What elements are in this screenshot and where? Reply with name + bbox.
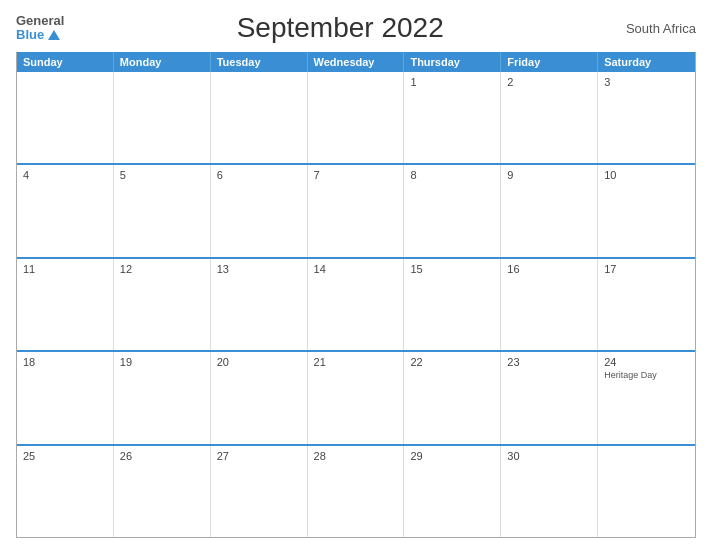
day-cell bbox=[598, 446, 695, 537]
day-cell: 21 bbox=[308, 352, 405, 443]
day-number: 15 bbox=[410, 263, 494, 275]
day-cell: 12 bbox=[114, 259, 211, 350]
day-cell: 5 bbox=[114, 165, 211, 256]
day-cell bbox=[308, 72, 405, 163]
day-number: 26 bbox=[120, 450, 204, 462]
day-header-monday: Monday bbox=[114, 52, 211, 72]
day-cell: 6 bbox=[211, 165, 308, 256]
day-number: 9 bbox=[507, 169, 591, 181]
day-number: 25 bbox=[23, 450, 107, 462]
day-cell: 16 bbox=[501, 259, 598, 350]
day-cell: 2 bbox=[501, 72, 598, 163]
day-cell: 9 bbox=[501, 165, 598, 256]
day-cell: 24Heritage Day bbox=[598, 352, 695, 443]
day-header-sunday: Sunday bbox=[17, 52, 114, 72]
week-row-3: 11121314151617 bbox=[17, 259, 695, 352]
day-headers-row: SundayMondayTuesdayWednesdayThursdayFrid… bbox=[17, 52, 695, 72]
day-cell bbox=[211, 72, 308, 163]
day-number: 10 bbox=[604, 169, 689, 181]
logo-triangle-icon bbox=[48, 30, 60, 40]
calendar-page: General Blue September 2022 South Africa… bbox=[0, 0, 712, 550]
day-header-saturday: Saturday bbox=[598, 52, 695, 72]
day-cell: 18 bbox=[17, 352, 114, 443]
day-number: 19 bbox=[120, 356, 204, 368]
logo-blue-text: Blue bbox=[16, 28, 60, 42]
day-header-thursday: Thursday bbox=[404, 52, 501, 72]
day-header-tuesday: Tuesday bbox=[211, 52, 308, 72]
day-cell: 4 bbox=[17, 165, 114, 256]
day-number: 17 bbox=[604, 263, 689, 275]
country-label: South Africa bbox=[616, 21, 696, 36]
holiday-label: Heritage Day bbox=[604, 370, 689, 381]
day-cell: 15 bbox=[404, 259, 501, 350]
day-cell: 30 bbox=[501, 446, 598, 537]
day-cell: 23 bbox=[501, 352, 598, 443]
logo-general-text: General bbox=[16, 14, 64, 28]
day-number: 21 bbox=[314, 356, 398, 368]
day-number: 11 bbox=[23, 263, 107, 275]
day-cell bbox=[17, 72, 114, 163]
day-number: 18 bbox=[23, 356, 107, 368]
day-number: 1 bbox=[410, 76, 494, 88]
day-number: 12 bbox=[120, 263, 204, 275]
day-cell: 29 bbox=[404, 446, 501, 537]
week-row-1: 123 bbox=[17, 72, 695, 165]
week-row-5: 252627282930 bbox=[17, 446, 695, 538]
day-cell: 7 bbox=[308, 165, 405, 256]
day-number: 27 bbox=[217, 450, 301, 462]
day-cell: 22 bbox=[404, 352, 501, 443]
day-cell: 8 bbox=[404, 165, 501, 256]
calendar-grid: SundayMondayTuesdayWednesdayThursdayFrid… bbox=[16, 52, 696, 538]
day-number: 2 bbox=[507, 76, 591, 88]
day-number: 16 bbox=[507, 263, 591, 275]
day-number: 24 bbox=[604, 356, 689, 368]
day-cell: 1 bbox=[404, 72, 501, 163]
day-cell: 19 bbox=[114, 352, 211, 443]
day-header-wednesday: Wednesday bbox=[308, 52, 405, 72]
day-cell: 14 bbox=[308, 259, 405, 350]
day-number: 13 bbox=[217, 263, 301, 275]
week-row-2: 45678910 bbox=[17, 165, 695, 258]
day-cell: 28 bbox=[308, 446, 405, 537]
day-number: 3 bbox=[604, 76, 689, 88]
day-number: 7 bbox=[314, 169, 398, 181]
day-cell bbox=[114, 72, 211, 163]
day-number: 23 bbox=[507, 356, 591, 368]
day-cell: 13 bbox=[211, 259, 308, 350]
day-cell: 26 bbox=[114, 446, 211, 537]
calendar-header: General Blue September 2022 South Africa bbox=[16, 12, 696, 44]
day-number: 20 bbox=[217, 356, 301, 368]
day-number: 22 bbox=[410, 356, 494, 368]
day-cell: 11 bbox=[17, 259, 114, 350]
day-cell: 27 bbox=[211, 446, 308, 537]
week-row-4: 18192021222324Heritage Day bbox=[17, 352, 695, 445]
day-cell: 25 bbox=[17, 446, 114, 537]
day-header-friday: Friday bbox=[501, 52, 598, 72]
day-number: 8 bbox=[410, 169, 494, 181]
day-cell: 10 bbox=[598, 165, 695, 256]
day-number: 30 bbox=[507, 450, 591, 462]
day-number: 5 bbox=[120, 169, 204, 181]
logo: General Blue bbox=[16, 14, 64, 43]
day-number: 6 bbox=[217, 169, 301, 181]
day-number: 4 bbox=[23, 169, 107, 181]
day-cell: 3 bbox=[598, 72, 695, 163]
day-cell: 17 bbox=[598, 259, 695, 350]
day-cell: 20 bbox=[211, 352, 308, 443]
day-number: 29 bbox=[410, 450, 494, 462]
day-number: 14 bbox=[314, 263, 398, 275]
day-number: 28 bbox=[314, 450, 398, 462]
month-title: September 2022 bbox=[64, 12, 616, 44]
